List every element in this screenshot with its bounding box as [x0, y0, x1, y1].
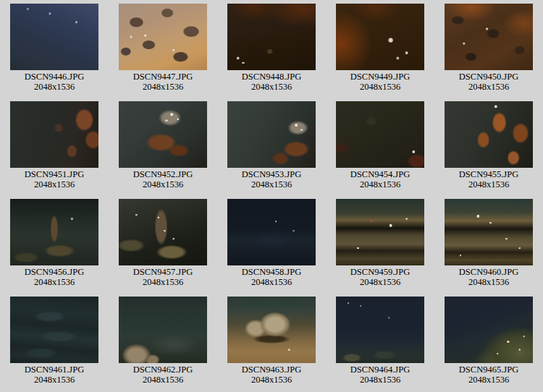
filename-label: DSCN9447.JPG [133, 72, 193, 82]
thumbnail-item[interactable]: DSCN9449.JPG 2048x1536 [326, 0, 434, 98]
photo-thumbnail[interactable] [10, 199, 98, 265]
photo-thumbnail[interactable] [10, 297, 98, 363]
filename-label: DSCN9457.JPG [133, 268, 193, 278]
thumbnail-item[interactable]: DSCN9456.JPG 2048x1536 [0, 195, 109, 293]
thumbnail-item[interactable]: DSCN9462.JPG 2048x1536 [109, 293, 217, 391]
photo-thumbnail[interactable] [336, 297, 424, 363]
dimensions-label: 2048x1536 [143, 82, 183, 93]
photo-thumbnail[interactable] [336, 199, 424, 265]
photo-thumbnail[interactable] [445, 199, 533, 265]
thumbnail-item[interactable]: DSCN9461.JPG 2048x1536 [0, 293, 109, 391]
filename-label: DSCN9456.JPG [25, 268, 84, 278]
filename-label: DSCN9446.JPG [25, 72, 84, 82]
thumbnail-item[interactable]: DSCN9459.JPG 2048x1536 [326, 195, 434, 293]
dimensions-label: 2048x1536 [34, 180, 75, 190]
thumbnail-item[interactable]: DSCN9455.JPG 2048x1536 [434, 98, 543, 195]
dimensions-label: 2048x1536 [360, 278, 400, 288]
dimensions-label: 2048x1536 [251, 375, 292, 385]
filename-label: DSCN9463.JPG [242, 365, 301, 375]
thumbnail-grid: DSCN9446.JPG 2048x1536 DSCN9447.JPG 2048… [0, 0, 543, 392]
thumbnail-item[interactable]: DSCN9454.JPG 2048x1536 [326, 98, 434, 195]
dimensions-label: 2048x1536 [360, 82, 400, 93]
thumbnail-item[interactable]: DSCN9458.JPG 2048x1536 [217, 195, 326, 293]
thumbnail-item[interactable]: DSCN9460.JPG 2048x1536 [434, 195, 543, 293]
dimensions-label: 2048x1536 [468, 278, 509, 288]
photo-thumbnail[interactable] [227, 4, 316, 70]
photo-thumbnail[interactable] [119, 297, 207, 363]
dimensions-label: 2048x1536 [468, 375, 509, 385]
dimensions-label: 2048x1536 [251, 180, 292, 190]
photo-thumbnail[interactable] [445, 101, 533, 168]
filename-label: DSCN9449.JPG [350, 72, 410, 82]
thumbnail-item[interactable]: DSCN9451.JPG 2048x1536 [0, 98, 109, 195]
thumbnail-item[interactable]: DSCN9450.JPG 2048x1536 [434, 0, 543, 98]
photo-thumbnail[interactable] [119, 4, 207, 70]
photo-thumbnail[interactable] [227, 101, 316, 168]
thumbnail-item[interactable]: DSCN9463.JPG 2048x1536 [217, 293, 326, 391]
dimensions-label: 2048x1536 [360, 180, 400, 190]
thumbnail-item[interactable]: DSCN9457.JPG 2048x1536 [109, 195, 217, 293]
dimensions-label: 2048x1536 [34, 375, 75, 385]
thumbnail-item[interactable]: DSCN9464.JPG 2048x1536 [326, 293, 434, 391]
filename-label: DSCN9455.JPG [459, 170, 518, 180]
photo-thumbnail[interactable] [336, 101, 424, 168]
filename-label: DSCN9462.JPG [133, 365, 193, 375]
filename-label: DSCN9452.JPG [133, 170, 193, 180]
dimensions-label: 2048x1536 [143, 180, 183, 190]
filename-label: DSCN9448.JPG [242, 72, 301, 82]
photo-thumbnail[interactable] [227, 297, 316, 363]
photo-thumbnail[interactable] [10, 4, 98, 70]
filename-label: DSCN9461.JPG [25, 365, 84, 375]
dimensions-label: 2048x1536 [468, 82, 509, 93]
filename-label: DSCN9459.JPG [350, 268, 410, 278]
dimensions-label: 2048x1536 [468, 180, 509, 190]
dimensions-label: 2048x1536 [360, 375, 400, 385]
filename-label: DSCN9460.JPG [459, 268, 518, 278]
filename-label: DSCN9451.JPG [25, 170, 84, 180]
dimensions-label: 2048x1536 [34, 82, 75, 93]
thumbnail-item[interactable]: DSCN9447.JPG 2048x1536 [109, 0, 217, 98]
thumbnail-item[interactable]: DSCN9453.JPG 2048x1536 [217, 98, 326, 195]
thumbnail-item[interactable]: DSCN9452.JPG 2048x1536 [109, 98, 217, 195]
dimensions-label: 2048x1536 [251, 82, 292, 93]
photo-thumbnail[interactable] [10, 101, 98, 168]
filename-label: DSCN9464.JPG [350, 365, 410, 375]
photo-thumbnail[interactable] [227, 199, 316, 265]
dimensions-label: 2048x1536 [251, 278, 292, 288]
filename-label: DSCN9453.JPG [242, 170, 301, 180]
filename-label: DSCN9450.JPG [459, 72, 518, 82]
photo-thumbnail[interactable] [336, 4, 424, 70]
filename-label: DSCN9458.JPG [242, 268, 301, 278]
filename-label: DSCN9454.JPG [350, 170, 410, 180]
filename-label: DSCN9465.JPG [459, 365, 518, 375]
photo-thumbnail[interactable] [445, 297, 533, 363]
dimensions-label: 2048x1536 [143, 278, 183, 288]
photo-thumbnail[interactable] [119, 101, 207, 168]
thumbnail-item[interactable]: DSCN9446.JPG 2048x1536 [0, 0, 109, 98]
dimensions-label: 2048x1536 [34, 278, 75, 288]
dimensions-label: 2048x1536 [143, 375, 183, 385]
thumbnail-item[interactable]: DSCN9448.JPG 2048x1536 [217, 0, 326, 98]
photo-thumbnail[interactable] [445, 4, 533, 70]
photo-thumbnail[interactable] [119, 199, 207, 265]
thumbnail-item[interactable]: DSCN9465.JPG 2048x1536 [434, 293, 543, 391]
